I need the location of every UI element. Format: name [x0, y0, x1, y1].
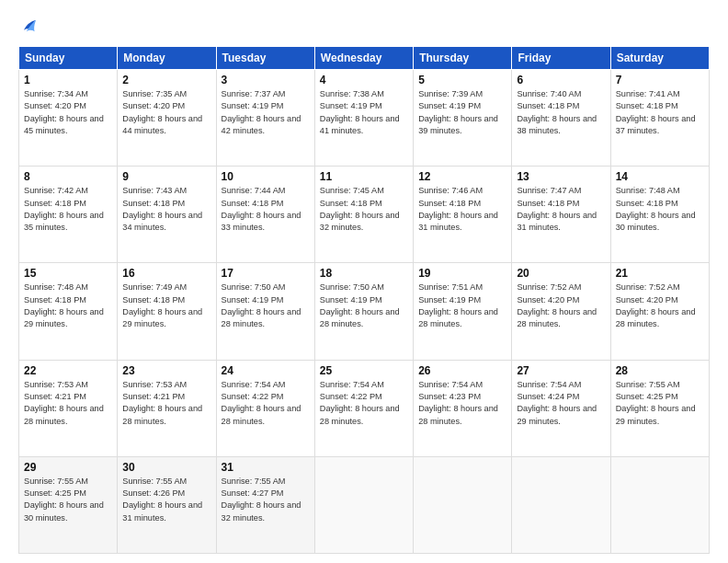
calendar-day-cell: 11 Sunrise: 7:45 AM Sunset: 4:18 PM Dayl… — [314, 167, 413, 263]
day-number: 29 — [24, 461, 112, 474]
calendar-week-row: 15 Sunrise: 7:48 AM Sunset: 4:18 PM Dayl… — [19, 263, 710, 360]
day-info: Sunrise: 7:54 AM Sunset: 4:23 PM Dayligh… — [418, 379, 506, 428]
weekday-header-cell: Friday — [512, 47, 610, 70]
day-number: 26 — [418, 364, 506, 377]
day-number: 23 — [122, 364, 210, 377]
day-number: 31 — [222, 461, 310, 474]
day-number: 5 — [418, 74, 506, 86]
calendar-day-cell: 21 Sunrise: 7:52 AM Sunset: 4:20 PM Dayl… — [610, 263, 709, 360]
day-info: Sunrise: 7:44 AM Sunset: 4:18 PM Dayligh… — [222, 185, 310, 234]
day-number: 27 — [517, 364, 605, 377]
day-info: Sunrise: 7:46 AM Sunset: 4:18 PM Dayligh… — [418, 185, 506, 234]
calendar-day-cell: 26 Sunrise: 7:54 AM Sunset: 4:23 PM Dayl… — [414, 360, 512, 456]
day-number: 9 — [122, 170, 210, 183]
day-info: Sunrise: 7:48 AM Sunset: 4:18 PM Dayligh… — [24, 282, 112, 330]
day-number: 28 — [616, 364, 704, 377]
day-info: Sunrise: 7:55 AM Sunset: 4:25 PM Dayligh… — [616, 379, 704, 428]
calendar-day-cell: 28 Sunrise: 7:55 AM Sunset: 4:25 PM Dayl… — [610, 360, 709, 456]
day-info: Sunrise: 7:41 AM Sunset: 4:18 PM Dayligh… — [616, 88, 704, 137]
day-number: 13 — [517, 170, 605, 183]
calendar-day-cell: 9 Sunrise: 7:43 AM Sunset: 4:18 PM Dayli… — [118, 167, 216, 263]
day-number: 7 — [616, 74, 704, 86]
calendar-day-cell: 25 Sunrise: 7:54 AM Sunset: 4:22 PM Dayl… — [314, 360, 413, 456]
calendar-day-cell: 20 Sunrise: 7:52 AM Sunset: 4:20 PM Dayl… — [512, 263, 610, 360]
day-info: Sunrise: 7:47 AM Sunset: 4:18 PM Dayligh… — [517, 185, 605, 234]
calendar-day-cell: 7 Sunrise: 7:41 AM Sunset: 4:18 PM Dayli… — [610, 70, 709, 167]
day-number: 25 — [320, 364, 408, 377]
day-info: Sunrise: 7:43 AM Sunset: 4:18 PM Dayligh… — [122, 185, 210, 234]
weekday-header-row: SundayMondayTuesdayWednesdayThursdayFrid… — [19, 47, 710, 70]
calendar-body: 1 Sunrise: 7:34 AM Sunset: 4:20 PM Dayli… — [19, 70, 710, 554]
weekday-header-cell: Saturday — [610, 47, 709, 70]
day-info: Sunrise: 7:53 AM Sunset: 4:21 PM Dayligh… — [122, 379, 210, 428]
day-number: 3 — [222, 74, 310, 86]
calendar-week-row: 1 Sunrise: 7:34 AM Sunset: 4:20 PM Dayli… — [19, 70, 710, 167]
calendar-day-cell: 13 Sunrise: 7:47 AM Sunset: 4:18 PM Dayl… — [512, 167, 610, 263]
day-number: 24 — [222, 364, 310, 377]
calendar-day-cell: 23 Sunrise: 7:53 AM Sunset: 4:21 PM Dayl… — [118, 360, 216, 456]
day-info: Sunrise: 7:50 AM Sunset: 4:19 PM Dayligh… — [222, 282, 310, 330]
calendar-day-cell: 8 Sunrise: 7:42 AM Sunset: 4:18 PM Dayli… — [19, 167, 118, 263]
logo-bird-icon — [18, 17, 39, 37]
calendar-day-cell: 12 Sunrise: 7:46 AM Sunset: 4:18 PM Dayl… — [414, 167, 512, 263]
day-info: Sunrise: 7:51 AM Sunset: 4:19 PM Dayligh… — [418, 282, 506, 330]
calendar-day-cell — [610, 456, 709, 553]
weekday-header-cell: Sunday — [19, 47, 118, 70]
calendar-day-cell — [314, 456, 413, 553]
day-info: Sunrise: 7:54 AM Sunset: 4:22 PM Dayligh… — [222, 379, 310, 428]
calendar-week-row: 29 Sunrise: 7:55 AM Sunset: 4:25 PM Dayl… — [19, 456, 710, 553]
day-number: 17 — [222, 267, 310, 280]
day-number: 8 — [24, 170, 112, 183]
day-info: Sunrise: 7:54 AM Sunset: 4:22 PM Dayligh… — [320, 379, 408, 428]
day-number: 18 — [320, 267, 408, 280]
day-info: Sunrise: 7:55 AM Sunset: 4:27 PM Dayligh… — [222, 476, 310, 524]
weekday-header-cell: Thursday — [414, 47, 512, 70]
calendar-day-cell: 6 Sunrise: 7:40 AM Sunset: 4:18 PM Dayli… — [512, 70, 610, 167]
day-info: Sunrise: 7:54 AM Sunset: 4:24 PM Dayligh… — [517, 379, 605, 428]
day-number: 10 — [222, 170, 310, 183]
day-info: Sunrise: 7:38 AM Sunset: 4:19 PM Dayligh… — [320, 88, 408, 137]
weekday-header-cell: Wednesday — [314, 47, 413, 70]
day-number: 30 — [122, 461, 210, 474]
calendar-week-row: 8 Sunrise: 7:42 AM Sunset: 4:18 PM Dayli… — [19, 167, 710, 263]
logo-area — [18, 17, 42, 37]
calendar-day-cell: 16 Sunrise: 7:49 AM Sunset: 4:18 PM Dayl… — [118, 263, 216, 360]
day-number: 22 — [24, 364, 112, 377]
calendar-day-cell: 19 Sunrise: 7:51 AM Sunset: 4:19 PM Dayl… — [414, 263, 512, 360]
calendar-day-cell: 5 Sunrise: 7:39 AM Sunset: 4:19 PM Dayli… — [414, 70, 512, 167]
calendar-day-cell: 2 Sunrise: 7:35 AM Sunset: 4:20 PM Dayli… — [118, 70, 216, 167]
day-number: 21 — [616, 267, 704, 280]
day-info: Sunrise: 7:40 AM Sunset: 4:18 PM Dayligh… — [517, 88, 605, 137]
header — [18, 17, 710, 37]
calendar-day-cell: 30 Sunrise: 7:55 AM Sunset: 4:26 PM Dayl… — [118, 456, 216, 553]
day-info: Sunrise: 7:53 AM Sunset: 4:21 PM Dayligh… — [24, 379, 112, 428]
calendar-day-cell — [512, 456, 610, 553]
day-number: 1 — [24, 74, 112, 86]
day-number: 16 — [122, 267, 210, 280]
day-info: Sunrise: 7:37 AM Sunset: 4:19 PM Dayligh… — [222, 88, 310, 137]
day-number: 6 — [517, 74, 605, 86]
day-number: 15 — [24, 267, 112, 280]
day-number: 20 — [517, 267, 605, 280]
calendar-day-cell — [414, 456, 512, 553]
calendar-table: SundayMondayTuesdayWednesdayThursdayFrid… — [18, 46, 710, 554]
day-info: Sunrise: 7:42 AM Sunset: 4:18 PM Dayligh… — [24, 185, 112, 234]
calendar-day-cell: 15 Sunrise: 7:48 AM Sunset: 4:18 PM Dayl… — [19, 263, 118, 360]
calendar-day-cell: 14 Sunrise: 7:48 AM Sunset: 4:18 PM Dayl… — [610, 167, 709, 263]
calendar-day-cell: 31 Sunrise: 7:55 AM Sunset: 4:27 PM Dayl… — [216, 456, 314, 553]
calendar-day-cell: 22 Sunrise: 7:53 AM Sunset: 4:21 PM Dayl… — [19, 360, 118, 456]
logo — [18, 17, 42, 37]
day-info: Sunrise: 7:48 AM Sunset: 4:18 PM Dayligh… — [616, 185, 704, 234]
calendar-day-cell: 10 Sunrise: 7:44 AM Sunset: 4:18 PM Dayl… — [216, 167, 314, 263]
day-info: Sunrise: 7:35 AM Sunset: 4:20 PM Dayligh… — [122, 88, 210, 137]
calendar-day-cell: 18 Sunrise: 7:50 AM Sunset: 4:19 PM Dayl… — [314, 263, 413, 360]
calendar-day-cell: 27 Sunrise: 7:54 AM Sunset: 4:24 PM Dayl… — [512, 360, 610, 456]
day-info: Sunrise: 7:55 AM Sunset: 4:26 PM Dayligh… — [122, 476, 210, 524]
day-number: 12 — [418, 170, 506, 183]
day-info: Sunrise: 7:55 AM Sunset: 4:25 PM Dayligh… — [24, 476, 112, 524]
calendar-day-cell: 17 Sunrise: 7:50 AM Sunset: 4:19 PM Dayl… — [216, 263, 314, 360]
calendar-day-cell: 3 Sunrise: 7:37 AM Sunset: 4:19 PM Dayli… — [216, 70, 314, 167]
day-info: Sunrise: 7:39 AM Sunset: 4:19 PM Dayligh… — [418, 88, 506, 137]
day-info: Sunrise: 7:34 AM Sunset: 4:20 PM Dayligh… — [24, 88, 112, 137]
day-info: Sunrise: 7:52 AM Sunset: 4:20 PM Dayligh… — [517, 282, 605, 330]
